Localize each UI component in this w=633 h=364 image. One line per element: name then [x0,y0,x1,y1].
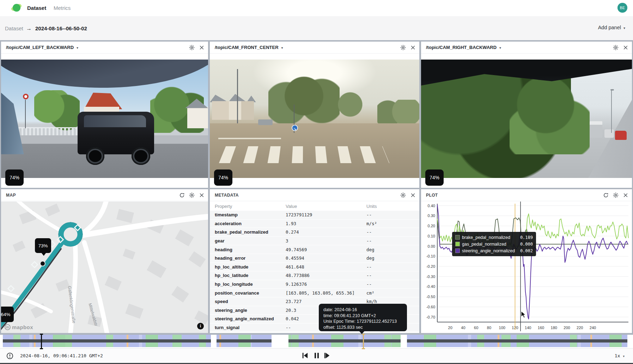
timeline-track-band[interactable] [0,339,633,343]
table-row: gear3-- [210,237,419,246]
gear-icon[interactable] [613,45,619,50]
table-row: position_covariance[163.805, 163.805, 65… [210,289,419,297]
tooltip-line: date: 2024-08-16 [323,307,402,313]
legend-row: gas_pedal_normalized0.000 [455,241,533,247]
chevron-down-icon: ▾ [499,46,501,50]
timeline-track-top[interactable] [0,335,633,339]
svg-text:-0.10: -0.10 [426,254,435,258]
metadata-table-header: Property Value Units [210,202,419,211]
topic-selector[interactable]: /topic/CAM_FRONT_CENTER▾ [215,42,283,54]
gear-icon[interactable] [189,192,195,198]
utility-pole [237,69,238,124]
svg-text:0.20: 0.20 [428,224,435,228]
map-svg: Gallenklingenstraße Mittelwaldstr [1,202,208,333]
table-row: heading49.74569deg [210,245,419,254]
close-icon[interactable] [199,45,205,50]
panel-cam-front-center: /topic/CAM_FRONT_CENTER▾ ↘ 74% [210,42,419,188]
svg-text:0.40: 0.40 [428,204,435,208]
close-icon[interactable] [410,45,416,50]
timeline-tooltip: date: 2024-08-16time: 09:06:41.210 GMT+2… [319,304,407,331]
close-icon[interactable] [199,192,205,198]
panel-header: /topic/CAM_LEFT_BACKWARD▾ [1,42,208,54]
svg-text:140: 140 [525,326,531,330]
close-icon[interactable] [623,192,628,198]
gear-icon[interactable] [189,45,195,50]
panel-header: PLOT [421,189,632,201]
map-canvas[interactable]: Gallenklingenstraße Mittelwaldstr 73% 64… [1,202,208,333]
svg-text:80: 80 [487,326,491,330]
panel-header: MAP [1,189,208,201]
breadcrumb-root[interactable]: Dataset [5,25,23,32]
panel-header: /topic/CAM_RIGHT_BACKWARD▾ [421,42,632,54]
table-row: timestamp1723791129-- [210,211,419,220]
road-sign [23,94,29,99]
tooltip-line: Unix Epoc Time: 1723791122.452713 [323,319,402,325]
topic-selector[interactable]: /topic/CAM_LEFT_BACKWARD▾ [6,42,78,54]
refresh-icon[interactable] [603,192,609,198]
panel-cam-left-backward: /topic/CAM_LEFT_BACKWARD▾ 74% [1,42,208,188]
legend-swatch-icon [455,235,460,240]
topic-selector[interactable]: /topic/CAM_RIGHT_BACKWARD▾ [426,42,501,54]
chevron-down-icon: ▾ [77,46,78,50]
chevron-down-icon: ▾ [623,26,625,30]
camera-image-left-backward [1,60,208,178]
timeline-cursor-marker[interactable] [41,334,42,349]
chevron-down-icon: ▾ [623,354,625,358]
timeline-playhead[interactable] [363,334,364,349]
pause-button[interactable] [313,352,321,359]
series-steering_angle_normalized [437,205,628,319]
timeline-track-bottom[interactable] [0,343,633,347]
skip-to-end-button[interactable] [324,352,332,359]
app-bar: Dataset Metrics BE [0,0,633,16]
tab-dataset[interactable]: Dataset [27,0,46,16]
svg-text:220: 220 [577,326,583,330]
svg-text:0.30: 0.30 [428,214,435,218]
transport-bar: 2024-08-16, 09:06:41.210 GMT+2 1x▾ [0,348,633,363]
panel-title: MAP [6,189,16,201]
red-car [615,131,627,140]
white-car [604,129,614,138]
svg-text:20: 20 [448,326,452,330]
table-row: heading_error0.45594deg [210,254,419,263]
legend-swatch-icon [455,242,460,246]
gear-icon[interactable] [613,192,619,198]
table-row: hp_loc_longitude9.126376-- [210,280,419,289]
crosswalk [219,146,389,163]
panel-cam-right-backward: /topic/CAM_RIGHT_BACKWARD▾ 74% [421,42,632,188]
app-logo-icon[interactable] [11,3,22,13]
map-progress-badge: 64% [1,307,14,322]
gear-icon[interactable] [400,45,406,50]
playback-speed-selector[interactable]: 1x▾ [615,353,625,358]
close-icon[interactable] [623,45,628,50]
panel-map: MAP [1,189,208,333]
svg-text:-0.30: -0.30 [426,274,435,279]
svg-text:-0.50: -0.50 [426,295,435,299]
add-panel-button[interactable]: Add panel▾ [598,25,625,30]
svg-text:160: 160 [538,326,544,330]
mapbox-logo[interactable]: mmapbox [5,324,33,330]
tooltip-line: time: 09:06:41.210 GMT+2 [323,313,402,319]
map-info-icon[interactable]: i [197,323,204,329]
close-icon[interactable] [410,192,416,198]
tab-metrics[interactable]: Metrics [54,0,71,16]
svg-text:240: 240 [590,326,596,330]
refresh-icon[interactable] [179,192,185,198]
coverage-badge: 74% [425,169,444,186]
svg-text:180: 180 [551,326,557,330]
timeline-scrubber[interactable] [0,335,633,348]
table-row: hp_loc_latitude48.773886-- [210,271,419,280]
table-row: hp_loc_altitude461.648-- [210,263,419,272]
plot-canvas[interactable]: 0.400.300.200.100.00-0.10-0.20-0.30-0.40… [421,202,632,333]
coverage-badge: 74% [214,169,232,186]
skip-to-start-button[interactable] [301,352,309,359]
panel-header: METADATA [210,189,419,201]
legend-swatch-icon [455,248,460,253]
avatar[interactable]: BE [617,3,627,13]
map-progress-badge: 73% [35,238,51,253]
gear-icon[interactable] [400,192,406,198]
sub-bar: Dataset → 2024-08-16--06-50-02 Add panel… [0,16,633,40]
table-row: brake_pedal_normalized0.274-- [210,228,419,237]
panel-plot: PLOT 0.400.300.200.100.00-0.10-0.20-0.30… [421,189,632,333]
svg-text:200: 200 [564,326,570,330]
tooltip-line: offset: 1125.833 sec [323,325,402,331]
